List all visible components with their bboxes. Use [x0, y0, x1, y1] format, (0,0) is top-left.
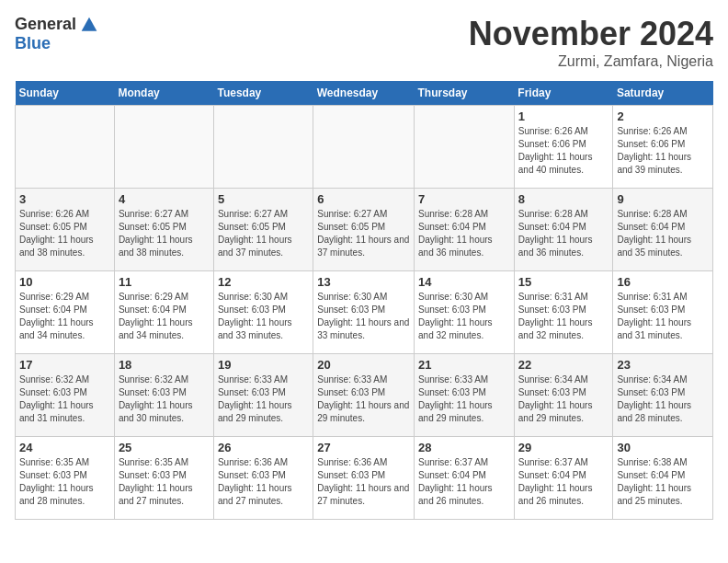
- calendar-day-cell: 24Sunrise: 6:35 AM Sunset: 6:03 PM Dayli…: [16, 437, 115, 520]
- calendar-day-cell: 6Sunrise: 6:27 AM Sunset: 6:05 PM Daylig…: [313, 189, 415, 271]
- day-info: Sunrise: 6:35 AM Sunset: 6:03 PM Dayligh…: [19, 456, 110, 508]
- calendar-day-cell: 20Sunrise: 6:33 AM Sunset: 6:03 PM Dayli…: [313, 354, 415, 437]
- day-of-week-header: Friday: [514, 81, 613, 106]
- calendar-table: SundayMondayTuesdayWednesdayThursdayFrid…: [15, 81, 713, 520]
- calendar-day-cell: 9Sunrise: 6:28 AM Sunset: 6:04 PM Daylig…: [613, 189, 713, 271]
- calendar-day-cell: 16Sunrise: 6:31 AM Sunset: 6:03 PM Dayli…: [613, 271, 713, 354]
- day-info: Sunrise: 6:26 AM Sunset: 6:05 PM Dayligh…: [19, 208, 110, 259]
- day-info: Sunrise: 6:30 AM Sunset: 6:03 PM Dayligh…: [317, 291, 410, 342]
- calendar-day-cell: 8Sunrise: 6:28 AM Sunset: 6:04 PM Daylig…: [514, 189, 613, 271]
- logo-general-text: General: [15, 15, 76, 34]
- page-header: General Blue November 2024 Zurmi, Zamfar…: [15, 15, 713, 70]
- day-number: 4: [119, 192, 210, 206]
- calendar-day-cell: 3Sunrise: 6:26 AM Sunset: 6:05 PM Daylig…: [16, 189, 115, 271]
- calendar-header-row: SundayMondayTuesdayWednesdayThursdayFrid…: [16, 81, 713, 106]
- title-section: November 2024 Zurmi, Zamfara, Nigeria: [469, 15, 713, 70]
- month-title: November 2024: [469, 15, 713, 53]
- day-info: Sunrise: 6:28 AM Sunset: 6:04 PM Dayligh…: [518, 208, 609, 259]
- day-info: Sunrise: 6:33 AM Sunset: 6:03 PM Dayligh…: [218, 373, 309, 425]
- day-info: Sunrise: 6:29 AM Sunset: 6:04 PM Dayligh…: [119, 291, 210, 342]
- day-of-week-header: Thursday: [415, 81, 515, 106]
- calendar-day-cell: 19Sunrise: 6:33 AM Sunset: 6:03 PM Dayli…: [213, 354, 313, 437]
- day-info: Sunrise: 6:33 AM Sunset: 6:03 PM Dayligh…: [317, 373, 410, 425]
- day-info: Sunrise: 6:37 AM Sunset: 6:04 PM Dayligh…: [518, 456, 609, 508]
- day-info: Sunrise: 6:36 AM Sunset: 6:03 PM Dayligh…: [218, 456, 309, 508]
- calendar-day-cell: 5Sunrise: 6:27 AM Sunset: 6:05 PM Daylig…: [213, 189, 313, 271]
- day-number: 2: [617, 109, 709, 123]
- day-info: Sunrise: 6:31 AM Sunset: 6:03 PM Dayligh…: [617, 291, 709, 342]
- day-number: 27: [317, 441, 410, 454]
- day-info: Sunrise: 6:30 AM Sunset: 6:03 PM Dayligh…: [418, 291, 510, 342]
- location-subtitle: Zurmi, Zamfara, Nigeria: [469, 53, 713, 70]
- calendar-day-cell: 17Sunrise: 6:32 AM Sunset: 6:03 PM Dayli…: [16, 354, 115, 437]
- calendar-day-cell: [114, 106, 213, 189]
- day-number: 18: [119, 358, 210, 372]
- day-number: 7: [418, 192, 510, 206]
- day-of-week-header: Monday: [114, 81, 213, 106]
- calendar-week-row: 3Sunrise: 6:26 AM Sunset: 6:05 PM Daylig…: [16, 189, 713, 271]
- day-number: 14: [418, 275, 510, 289]
- day-number: 6: [317, 192, 410, 206]
- day-number: 21: [418, 358, 510, 372]
- calendar-day-cell: 30Sunrise: 6:38 AM Sunset: 6:04 PM Dayli…: [613, 437, 713, 520]
- calendar-day-cell: 15Sunrise: 6:31 AM Sunset: 6:03 PM Dayli…: [514, 271, 613, 354]
- day-number: 11: [119, 275, 210, 289]
- day-info: Sunrise: 6:26 AM Sunset: 6:06 PM Dayligh…: [617, 125, 709, 177]
- day-info: Sunrise: 6:29 AM Sunset: 6:04 PM Dayligh…: [19, 291, 110, 342]
- day-number: 22: [518, 358, 609, 372]
- day-info: Sunrise: 6:27 AM Sunset: 6:05 PM Dayligh…: [119, 208, 210, 259]
- day-number: 8: [518, 192, 609, 206]
- logo: General Blue: [15, 15, 98, 53]
- day-info: Sunrise: 6:30 AM Sunset: 6:03 PM Dayligh…: [218, 291, 309, 342]
- day-of-week-header: Wednesday: [313, 81, 415, 106]
- calendar-day-cell: 14Sunrise: 6:30 AM Sunset: 6:03 PM Dayli…: [415, 271, 515, 354]
- calendar-day-cell: 2Sunrise: 6:26 AM Sunset: 6:06 PM Daylig…: [613, 106, 713, 189]
- day-number: 17: [19, 358, 110, 372]
- logo-icon: [80, 16, 98, 34]
- day-info: Sunrise: 6:32 AM Sunset: 6:03 PM Dayligh…: [19, 373, 110, 425]
- calendar-day-cell: 23Sunrise: 6:34 AM Sunset: 6:03 PM Dayli…: [613, 354, 713, 437]
- day-number: 30: [617, 441, 709, 454]
- calendar-day-cell: 11Sunrise: 6:29 AM Sunset: 6:04 PM Dayli…: [114, 271, 213, 354]
- day-number: 26: [218, 441, 309, 454]
- calendar-day-cell: [313, 106, 415, 189]
- day-of-week-header: Saturday: [613, 81, 713, 106]
- calendar-day-cell: 27Sunrise: 6:36 AM Sunset: 6:03 PM Dayli…: [313, 437, 415, 520]
- day-info: Sunrise: 6:34 AM Sunset: 6:03 PM Dayligh…: [518, 373, 609, 425]
- calendar-day-cell: 1Sunrise: 6:26 AM Sunset: 6:06 PM Daylig…: [514, 106, 613, 189]
- day-number: 19: [218, 358, 309, 372]
- calendar-day-cell: [213, 106, 313, 189]
- day-number: 16: [617, 275, 709, 289]
- calendar-day-cell: 29Sunrise: 6:37 AM Sunset: 6:04 PM Dayli…: [514, 437, 613, 520]
- calendar-day-cell: 26Sunrise: 6:36 AM Sunset: 6:03 PM Dayli…: [213, 437, 313, 520]
- day-info: Sunrise: 6:34 AM Sunset: 6:03 PM Dayligh…: [617, 373, 709, 425]
- day-of-week-header: Sunday: [16, 81, 115, 106]
- day-number: 3: [19, 192, 110, 206]
- day-info: Sunrise: 6:33 AM Sunset: 6:03 PM Dayligh…: [418, 373, 510, 425]
- day-info: Sunrise: 6:32 AM Sunset: 6:03 PM Dayligh…: [119, 373, 210, 425]
- calendar-day-cell: 12Sunrise: 6:30 AM Sunset: 6:03 PM Dayli…: [213, 271, 313, 354]
- calendar-day-cell: 22Sunrise: 6:34 AM Sunset: 6:03 PM Dayli…: [514, 354, 613, 437]
- calendar-day-cell: 21Sunrise: 6:33 AM Sunset: 6:03 PM Dayli…: [415, 354, 515, 437]
- day-number: 29: [518, 441, 609, 454]
- day-info: Sunrise: 6:26 AM Sunset: 6:06 PM Dayligh…: [518, 125, 609, 177]
- calendar-week-row: 10Sunrise: 6:29 AM Sunset: 6:04 PM Dayli…: [16, 271, 713, 354]
- day-number: 24: [19, 441, 110, 454]
- calendar-day-cell: 28Sunrise: 6:37 AM Sunset: 6:04 PM Dayli…: [415, 437, 515, 520]
- svg-marker-0: [82, 17, 97, 30]
- day-number: 23: [617, 358, 709, 372]
- day-info: Sunrise: 6:36 AM Sunset: 6:03 PM Dayligh…: [317, 456, 410, 508]
- day-number: 28: [418, 441, 510, 454]
- calendar-week-row: 24Sunrise: 6:35 AM Sunset: 6:03 PM Dayli…: [16, 437, 713, 520]
- day-info: Sunrise: 6:35 AM Sunset: 6:03 PM Dayligh…: [119, 456, 210, 508]
- day-info: Sunrise: 6:27 AM Sunset: 6:05 PM Dayligh…: [218, 208, 309, 259]
- day-number: 5: [218, 192, 309, 206]
- day-info: Sunrise: 6:28 AM Sunset: 6:04 PM Dayligh…: [617, 208, 709, 259]
- calendar-day-cell: 7Sunrise: 6:28 AM Sunset: 6:04 PM Daylig…: [415, 189, 515, 271]
- day-number: 1: [518, 109, 609, 123]
- calendar-day-cell: 25Sunrise: 6:35 AM Sunset: 6:03 PM Dayli…: [114, 437, 213, 520]
- day-number: 10: [19, 275, 110, 289]
- day-of-week-header: Tuesday: [213, 81, 313, 106]
- day-number: 9: [617, 192, 709, 206]
- day-info: Sunrise: 6:38 AM Sunset: 6:04 PM Dayligh…: [617, 456, 709, 508]
